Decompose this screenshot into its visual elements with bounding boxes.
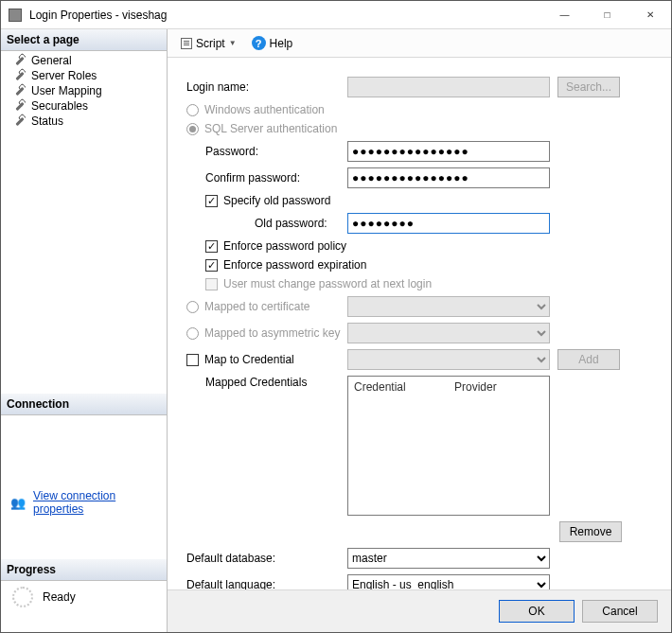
connection-header: Connection xyxy=(1,394,167,415)
credential-column-header: Credential xyxy=(348,377,449,397)
sidebar: Select a page General Server Roles User … xyxy=(1,29,168,632)
specify-old-password-label: Specify old password xyxy=(223,194,330,207)
default-language-label: Default language: xyxy=(186,578,347,589)
script-button[interactable]: Script ▼ xyxy=(177,35,240,52)
map-to-credential-label: Map to Credential xyxy=(204,353,347,366)
ok-button[interactable]: OK xyxy=(499,600,575,623)
mapped-credentials-label: Mapped Credentials xyxy=(186,376,347,389)
old-password-label: Old password: xyxy=(255,217,347,230)
mapped-credentials-table[interactable]: Credential Provider xyxy=(347,376,550,516)
enforce-expiration-checkbox[interactable]: ✓ xyxy=(205,259,218,272)
mapped-cert-label: Mapped to certificate xyxy=(204,300,347,313)
sql-auth-radio xyxy=(186,123,199,135)
specify-old-password-checkbox[interactable]: ✓ xyxy=(205,195,218,207)
remove-button[interactable]: Remove xyxy=(559,521,622,542)
people-icon: 👥 xyxy=(10,496,26,510)
sidebar-item-user-mapping[interactable]: User Mapping xyxy=(1,83,167,98)
window-title: Login Properties - viseshag xyxy=(29,9,543,22)
must-change-checkbox xyxy=(205,278,218,290)
sidebar-item-server-roles[interactable]: Server Roles xyxy=(1,68,167,83)
sidebar-item-label: General xyxy=(31,54,72,67)
help-icon: ? xyxy=(252,36,266,50)
confirm-password-input[interactable] xyxy=(347,167,550,188)
must-change-label: User must change password at next login xyxy=(223,277,432,290)
windows-auth-radio xyxy=(186,104,199,116)
sidebar-item-securables[interactable]: Securables xyxy=(1,98,167,114)
maximize-button[interactable]: □ xyxy=(586,1,628,28)
window: Login Properties - viseshag — □ ✕ Select… xyxy=(0,0,672,633)
mapped-asym-label: Mapped to asymmetric key xyxy=(204,326,347,340)
wrench-icon xyxy=(14,70,26,81)
default-language-select[interactable]: English - us_english xyxy=(347,574,550,589)
page-list: General Server Roles User Mapping Secura… xyxy=(1,51,167,131)
app-icon xyxy=(9,9,22,22)
old-password-input[interactable] xyxy=(347,213,550,234)
close-button[interactable]: ✕ xyxy=(628,1,671,28)
select-page-header: Select a page xyxy=(1,29,167,51)
wrench-icon xyxy=(14,115,26,127)
windows-auth-label: Windows authentication xyxy=(204,103,325,116)
minimize-button[interactable]: — xyxy=(543,1,586,28)
sidebar-item-general[interactable]: General xyxy=(1,53,167,68)
default-database-select[interactable]: master xyxy=(347,548,550,569)
provider-column-header: Provider xyxy=(449,377,549,397)
enforce-policy-checkbox[interactable]: ✓ xyxy=(205,240,218,253)
mapped-cert-radio xyxy=(186,301,199,313)
script-label: Script xyxy=(196,37,225,50)
map-to-credential-checkbox[interactable] xyxy=(186,354,199,366)
search-button: Search... xyxy=(557,77,620,97)
script-icon xyxy=(181,38,192,49)
help-label: Help xyxy=(270,37,293,50)
mapped-asym-radio xyxy=(186,327,199,340)
login-name-input xyxy=(347,77,550,97)
mapped-asym-select xyxy=(347,323,550,343)
password-input[interactable] xyxy=(347,141,550,162)
default-database-label: Default database: xyxy=(186,552,347,565)
sql-auth-label: SQL Server authentication xyxy=(204,122,337,135)
view-connection-properties-link[interactable]: View connection properties xyxy=(33,489,161,516)
sidebar-item-label: Status xyxy=(31,114,63,128)
login-name-label: Login name: xyxy=(186,80,347,94)
sidebar-item-label: Securables xyxy=(31,99,88,113)
sidebar-item-label: User Mapping xyxy=(31,84,102,97)
sidebar-item-status[interactable]: Status xyxy=(1,114,167,129)
spinner-icon xyxy=(12,587,33,607)
main-panel: Script ▼ ? Help Login name: Search... xyxy=(168,29,671,632)
enforce-expiration-label: Enforce password expiration xyxy=(223,258,366,272)
add-button: Add xyxy=(557,349,620,370)
chevron-down-icon: ▼ xyxy=(229,39,237,47)
enforce-policy-label: Enforce password policy xyxy=(223,239,346,253)
wrench-icon xyxy=(14,100,26,112)
dialog-footer: OK Cancel xyxy=(168,589,671,632)
mapped-cert-select xyxy=(347,296,550,317)
confirm-password-label: Confirm password: xyxy=(205,171,347,185)
map-to-credential-select xyxy=(347,349,550,370)
progress-status: Ready xyxy=(43,590,76,604)
toolbar: Script ▼ ? Help xyxy=(168,29,671,58)
wrench-icon xyxy=(14,85,26,97)
sidebar-item-label: Server Roles xyxy=(31,69,97,82)
progress-header: Progress xyxy=(1,559,167,581)
password-label: Password: xyxy=(205,145,347,158)
cancel-button[interactable]: Cancel xyxy=(582,600,658,623)
wrench-icon xyxy=(14,55,26,66)
help-button[interactable]: ? Help xyxy=(248,34,297,52)
titlebar: Login Properties - viseshag — □ ✕ xyxy=(1,1,671,29)
